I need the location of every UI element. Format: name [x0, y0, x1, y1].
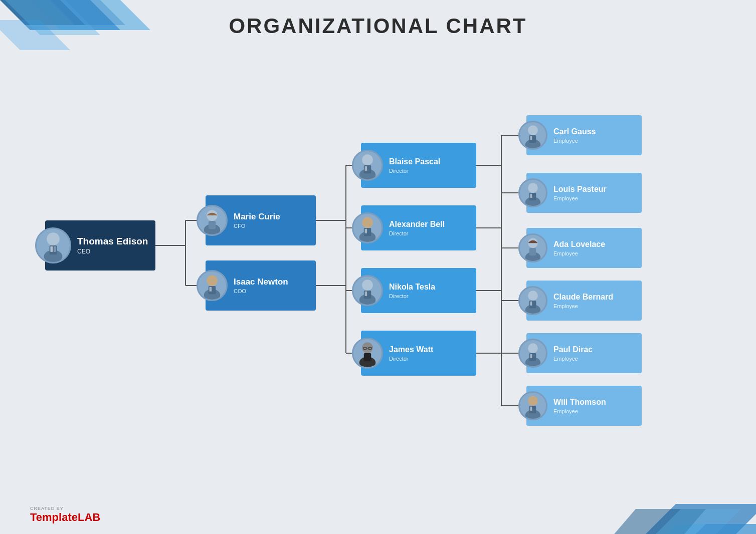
ceo-name: Thomas Edison — [77, 236, 148, 247]
svg-point-33 — [47, 232, 60, 245]
nikola-avatar — [352, 275, 383, 306]
svg-point-67 — [528, 183, 538, 193]
paul-name: Paul Dirac — [553, 345, 593, 354]
isaac-newton-node: Isaac Newton COO — [206, 260, 316, 311]
svg-rect-70 — [530, 194, 532, 198]
carl-title: Employee — [553, 138, 596, 144]
svg-rect-73 — [529, 248, 536, 255]
svg-marker-10 — [686, 524, 756, 534]
footer-created-label: CREATED BY — [30, 506, 100, 511]
ceo-text: Thomas Edison CEO — [77, 236, 148, 255]
ada-avatar — [518, 233, 547, 262]
will-thomson-node: Will Thomson Employee — [526, 386, 642, 426]
isaac-text: Isaac Newton COO — [234, 277, 288, 294]
svg-rect-44 — [210, 287, 212, 292]
marie-avatar — [197, 205, 228, 236]
will-text: Will Thomson Employee — [553, 397, 606, 414]
marie-curie-node: Marie Curie CFO — [206, 195, 316, 245]
isaac-title: COO — [234, 288, 288, 294]
paul-dirac-node: Paul Dirac Employee — [526, 333, 642, 373]
ada-lovelace-node: Ada Lovelace Employee — [526, 228, 642, 268]
will-avatar — [518, 391, 547, 420]
ceo-avatar — [35, 227, 71, 263]
footer-brand-plain: Template — [30, 511, 78, 523]
alexander-title: Director — [389, 230, 445, 236]
marie-text: Marie Curie CFO — [234, 212, 280, 229]
svg-rect-77 — [530, 302, 532, 306]
louis-avatar — [518, 178, 547, 207]
svg-rect-48 — [365, 166, 367, 171]
svg-rect-40 — [209, 221, 216, 229]
ada-text: Ada Lovelace Employee — [553, 239, 605, 256]
svg-rect-85 — [530, 407, 532, 411]
ada-title: Employee — [553, 250, 605, 256]
svg-marker-9 — [646, 509, 741, 534]
claude-text: Claude Bernard Employee — [553, 292, 613, 309]
louis-title: Employee — [553, 195, 607, 201]
ceo-title: CEO — [77, 248, 148, 255]
nikola-text: Nikola Tesla Director — [389, 282, 435, 299]
svg-marker-8 — [606, 509, 706, 534]
svg-point-82 — [528, 396, 538, 406]
isaac-name: Isaac Newton — [234, 277, 288, 287]
svg-point-74 — [528, 291, 538, 301]
svg-point-78 — [528, 343, 538, 353]
svg-point-71 — [528, 238, 538, 248]
svg-point-45 — [362, 154, 373, 165]
svg-rect-66 — [530, 136, 532, 140]
james-watt-node: James Watt Director — [361, 331, 476, 376]
louis-text: Louis Pasteur Employee — [553, 184, 607, 201]
carl-name: Carl Gauss — [553, 127, 596, 136]
carl-gauss-node: Carl Gauss Employee — [526, 115, 642, 155]
blaise-title: Director — [389, 168, 440, 174]
alexander-text: Alexander Bell Director — [389, 219, 445, 236]
footer: CREATED BY TemplateLAB — [30, 506, 100, 524]
will-title: Employee — [553, 408, 606, 414]
louis-name: Louis Pasteur — [553, 184, 607, 194]
svg-marker-6 — [636, 504, 756, 534]
claude-bernard-node: Claude Bernard Employee — [526, 281, 642, 321]
svg-point-41 — [207, 275, 218, 286]
paul-avatar — [518, 339, 547, 368]
james-text: James Watt Director — [389, 345, 433, 361]
footer-brand: TemplateLAB — [30, 511, 100, 524]
nikola-name: Nikola Tesla — [389, 282, 435, 292]
james-name: James Watt — [389, 345, 433, 354]
nikola-title: Director — [389, 293, 435, 299]
blaise-text: Blaise Pascal Director — [389, 157, 440, 173]
chart-area: Thomas Edison CEO Marie Curie CFO — [20, 50, 736, 494]
james-avatar — [352, 338, 383, 369]
blaise-name: Blaise Pascal — [389, 157, 440, 166]
svg-rect-62 — [364, 353, 371, 361]
alexander-bell-node: Alexander Bell Director — [361, 205, 476, 250]
marie-name: Marie Curie — [234, 212, 280, 222]
svg-point-49 — [362, 217, 373, 228]
alexander-name: Alexander Bell — [389, 219, 445, 229]
footer-brand-bold: LAB — [78, 511, 100, 523]
claude-title: Employee — [553, 303, 613, 309]
paul-title: Employee — [553, 356, 593, 362]
will-name: Will Thomson — [553, 397, 606, 407]
ceo-node: Thomas Edison CEO — [45, 220, 155, 271]
paul-text: Paul Dirac Employee — [553, 345, 593, 361]
page-title: ORGANIZATIONAL CHART — [0, 14, 756, 38]
louis-pasteur-node: Louis Pasteur Employee — [526, 173, 642, 213]
svg-rect-81 — [530, 354, 532, 358]
svg-point-63 — [528, 125, 538, 135]
nikola-tesla-node: Nikola Tesla Director — [361, 268, 476, 313]
blaise-avatar — [352, 150, 383, 181]
svg-marker-7 — [656, 524, 756, 534]
claude-name: Claude Bernard — [553, 292, 613, 302]
svg-rect-52 — [365, 229, 367, 233]
svg-rect-56 — [365, 292, 367, 296]
marie-title: CFO — [234, 223, 280, 229]
claude-avatar — [518, 286, 547, 315]
blaise-pascal-node: Blaise Pascal Director — [361, 143, 476, 188]
alexander-avatar — [352, 212, 383, 243]
svg-point-53 — [362, 280, 373, 291]
isaac-avatar — [197, 270, 228, 301]
james-title: Director — [389, 356, 433, 362]
ada-name: Ada Lovelace — [553, 239, 605, 249]
svg-rect-36 — [51, 246, 53, 252]
carl-avatar — [518, 121, 547, 150]
